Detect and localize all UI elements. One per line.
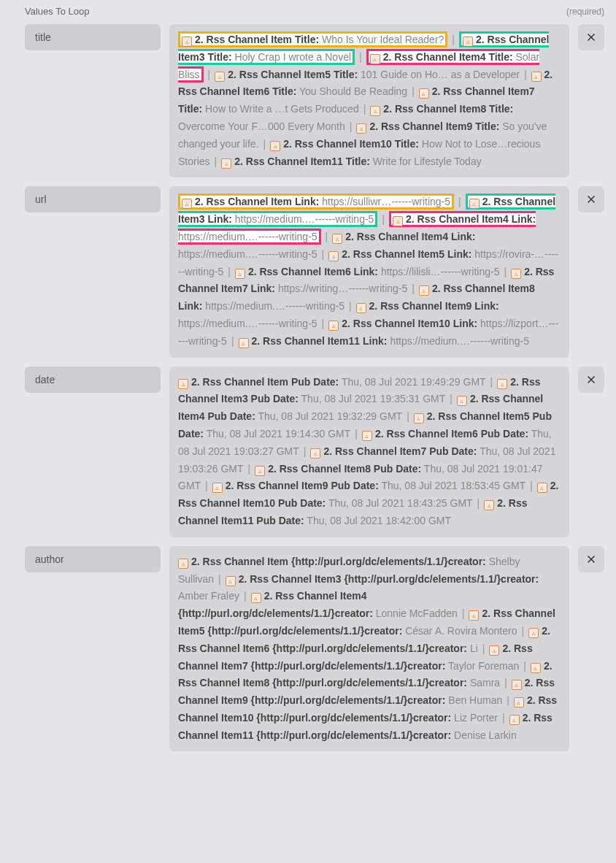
- field-label-author[interactable]: author: [25, 546, 161, 572]
- zap-icon: ▵: [489, 645, 499, 656]
- separator: |: [248, 463, 251, 475]
- field-content-url[interactable]: ▵2. Rss Channel Item Link: https://sulli…: [169, 186, 569, 357]
- separator: |: [523, 660, 526, 672]
- pill-label: 2. Rss Channel Item Link:: [195, 196, 319, 207]
- pill-label: 2. Rss Channel Item10 Title:: [283, 138, 419, 150]
- zap-icon: ▵: [509, 715, 520, 725]
- separator: |: [462, 607, 465, 619]
- pill-highlighted[interactable]: ▵2. Rss Channel Item Link: https://sulli…: [178, 193, 454, 210]
- pill-value: Overcome Your F…000 Every Month: [178, 120, 345, 132]
- separator: |: [524, 69, 527, 80]
- pill-label: 2. Rss Channel Item6 Link:: [248, 266, 378, 277]
- separator: |: [490, 376, 493, 388]
- separator: |: [412, 283, 415, 294]
- zap-icon: ▵: [531, 663, 541, 673]
- separator: |: [477, 497, 480, 509]
- close-icon: [585, 553, 598, 566]
- pill-value: https://medium.…------writing-5: [235, 213, 374, 225]
- section-title: Values To Loop: [25, 6, 89, 17]
- zap-icon: ▵: [511, 269, 521, 279]
- zap-icon: ▵: [215, 72, 225, 82]
- pill-value: https://sulliwr…------writing-5: [322, 196, 450, 207]
- zap-icon: ▵: [328, 251, 339, 261]
- zap-icon: ▵: [414, 413, 424, 423]
- remove-row-button[interactable]: [578, 367, 604, 393]
- zap-icon: ▵: [212, 483, 223, 493]
- pill-value: 101 Guide on Ho… as a Developer: [361, 69, 520, 80]
- pill-value: https://medium.…------writing-5: [178, 248, 317, 260]
- pill-label: 2. Rss Channel Item3 {http://purl.org/dc…: [239, 573, 539, 585]
- separator: |: [504, 266, 507, 277]
- zap-icon: ▵: [270, 141, 280, 151]
- separator: |: [350, 120, 353, 132]
- required-label: (required): [566, 7, 604, 17]
- zap-icon: ▵: [221, 158, 231, 169]
- pill-value: Ben Human: [448, 694, 502, 706]
- separator: |: [205, 480, 208, 491]
- field-content-author[interactable]: ▵2. Rss Channel Item {http://purl.org/dc…: [169, 546, 569, 752]
- close-icon: [585, 31, 598, 44]
- pill-value: https://medium.…------writing-5: [178, 231, 317, 242]
- field-content-title[interactable]: ▵2. Rss Channel Item Title: Who Is Your …: [169, 24, 569, 177]
- zap-icon: ▵: [239, 338, 249, 348]
- zap-icon: ▵: [178, 379, 188, 389]
- pill[interactable]: ▵2. Rss Channel Item11 Link: https://med…: [239, 335, 529, 347]
- pill[interactable]: ▵2. Rss Channel Item Pub Date: Thu, 08 J…: [178, 376, 486, 388]
- pill-value: Thu, 08 Jul 2021 18:53:45 GMT: [381, 480, 525, 491]
- zap-icon: ▵: [362, 431, 372, 441]
- zap-icon: ▵: [310, 448, 320, 459]
- pill-value: https://lilisli…------writing-5: [381, 266, 500, 277]
- field-label-title[interactable]: title: [25, 24, 161, 50]
- zap-icon: ▵: [469, 199, 480, 209]
- pill[interactable]: ▵2. Rss Channel Item11 Title: Write for …: [221, 156, 481, 167]
- pill-label: 2. Rss Channel Item9 Title:: [369, 120, 499, 132]
- field-label-date[interactable]: date: [25, 367, 161, 393]
- row-title: title ▵2. Rss Channel Item Title: Who Is…: [0, 21, 616, 183]
- pill-value: Thu, 08 Jul 2021 18:43:25 GMT: [328, 497, 473, 509]
- remove-row-button[interactable]: [578, 186, 604, 212]
- pill-label: 2. Rss Channel Item {http://purl.org/dc/…: [191, 556, 486, 567]
- pill-label: 2. Rss Channel Item7 Pub Date:: [323, 445, 477, 457]
- pill-value: Denise Larkin: [454, 729, 517, 741]
- pill-label: 2. Rss Channel Item4 Link:: [406, 213, 536, 225]
- zap-icon: ▵: [512, 680, 522, 690]
- field-content-date[interactable]: ▵2. Rss Channel Item Pub Date: Thu, 08 J…: [169, 367, 569, 537]
- separator: |: [359, 51, 362, 63]
- zap-icon: ▵: [356, 303, 366, 313]
- zap-icon: ▵: [235, 269, 245, 279]
- pill-value: Who Is Your Ideal Reader?: [322, 34, 444, 45]
- pill[interactable]: ▵2. Rss Channel Item5 Title: 101 Guide o…: [215, 69, 520, 80]
- zap-icon: ▵: [393, 216, 403, 226]
- row-date: date ▵2. Rss Channel Item Pub Date: Thu,…: [0, 364, 616, 543]
- pill-label: 2. Rss Channel Item8 Title:: [383, 103, 513, 115]
- separator: |: [507, 694, 509, 706]
- remove-row-button[interactable]: [578, 546, 604, 572]
- pill-value: César A. Rovira Montero: [405, 625, 517, 637]
- separator: |: [304, 445, 307, 457]
- separator: |: [363, 103, 366, 115]
- pill-label: 2. Rss Channel Item5 Link:: [342, 248, 471, 260]
- pill-highlighted[interactable]: ▵2. Rss Channel Item Title: Who Is Your …: [178, 31, 447, 47]
- pill-value: How to Write a …t Gets Produced: [205, 103, 359, 115]
- separator: |: [326, 231, 328, 242]
- pill[interactable]: ▵2. Rss Channel Item6 Link: https://lili…: [235, 266, 500, 277]
- field-label-url[interactable]: url: [25, 186, 161, 212]
- pill[interactable]: ▵2. Rss Channel Item9 Pub Date: Thu, 08 …: [212, 480, 525, 491]
- pill-label: 2. Rss Channel Item9 Link:: [369, 300, 499, 312]
- remove-row-button[interactable]: [578, 24, 604, 50]
- pill-value: Thu, 08 Jul 2021 18:42:00 GMT: [307, 515, 451, 526]
- pill-label: 2. Rss Channel Item4 Title:: [383, 51, 513, 63]
- pill-label: 2. Rss Channel Item10 Link:: [342, 318, 477, 329]
- separator: |: [412, 85, 415, 97]
- separator: |: [452, 34, 455, 45]
- close-icon: [585, 193, 598, 206]
- pill-value: https://medium.…------writing-5: [390, 335, 529, 347]
- separator: |: [263, 138, 266, 150]
- separator: |: [349, 300, 352, 312]
- pill-value: Samra: [470, 677, 500, 689]
- zap-icon: ▵: [332, 234, 342, 244]
- separator: |: [504, 677, 507, 689]
- separator: |: [355, 428, 358, 440]
- zap-icon: ▵: [484, 500, 494, 510]
- separator: |: [530, 480, 533, 491]
